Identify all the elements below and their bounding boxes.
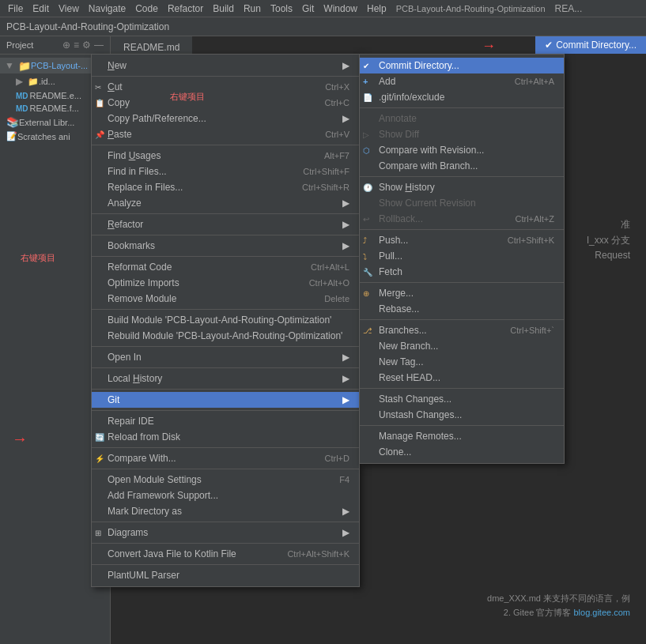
menu-item-find-usages[interactable]: Find Usages Alt+F7 [92,148,359,164]
menu-item-paste[interactable]: 📌 Paste Ctrl+V [92,126,359,142]
readme-tab[interactable]: README.md [117,42,186,53]
git-commit-dir[interactable]: ✔ Commit Directory... [360,58,564,73]
menu-item-convert-java[interactable]: Convert Java File to Kotlin File Ctrl+Al… [92,546,359,562]
push-icon: ⤴ [363,236,367,245]
commit-dir-label: Commit Directory... [556,40,637,51]
git-new-branch[interactable]: New Branch... [360,338,564,354]
menu-navigate[interactable]: Navigate [84,0,130,17]
git-push[interactable]: ⤴ Push... Ctrl+Shift+K [360,232,564,248]
menu-item-optimize[interactable]: Optimize Imports Ctrl+Alt+O [92,275,359,291]
menu-edit[interactable]: Edit [28,0,54,17]
commit-dir-arrow: → [482,38,496,55]
menu-rea[interactable]: REA... [550,0,587,17]
tree-readme1-label: README.e... [30,91,81,100]
git-fetch[interactable]: 🔧 Fetch [360,264,564,280]
menu-item-mark-dir[interactable]: Mark Directory as ▶ [92,503,359,519]
git-manage-remotes[interactable]: Manage Remotes... [360,428,564,444]
git-branches[interactable]: ⎇ Branches... Ctrl+Shift+` [360,322,564,338]
menu-item-compare[interactable]: ⚡ Compare With... Ctrl+D [92,450,359,466]
git-pull[interactable]: ⤵ Pull... [360,248,564,264]
separator-9 [92,389,359,390]
menu-item-rebuild[interactable]: Rebuild Module 'PCB-Layout-And-Routing-O… [92,328,359,344]
copy-path-arrow: ▶ [334,113,349,124]
tree-scratches-label: Scratches ani [17,132,70,141]
analyze-arrow: ▶ [334,198,349,209]
menu-item-cut[interactable]: ✂ Cut Ctrl+X [92,79,359,95]
git-exclude[interactable]: 📄 .git/info/exclude [360,89,564,105]
blog-link[interactable]: blog.gitee.com [573,608,630,617]
menu-project-name[interactable]: PCB-Layout-And-Routing-Optimization [391,0,550,17]
git-compare-revision[interactable]: ⬡ Compare with Revision... [360,142,564,158]
menu-help[interactable]: Help [362,0,391,17]
git-unstash[interactable]: Unstash Changes... [360,407,564,423]
git-reset-head[interactable]: Reset HEAD... [360,370,564,386]
menu-git[interactable]: Git [297,0,319,17]
find-usages-label: Find Usages [108,150,161,161]
menu-item-repair-ide[interactable]: Repair IDE [92,413,359,429]
commit-dir-icon: ✔ [363,62,369,70]
menu-item-replace[interactable]: Replace in Files... Ctrl+Shift+R [92,179,359,195]
open-in-label: Open In [108,352,142,363]
commit-directory-button[interactable]: ✔ Commit Directory... [535,36,646,54]
git-compare-branch[interactable]: Compare with Branch... [360,158,564,174]
menu-item-local-history[interactable]: Local History ▶ [92,371,359,386]
menu-window[interactable]: Window [319,0,362,17]
menu-item-git[interactable]: Git ▶ [92,392,359,408]
git-rebase[interactable]: Rebase... [360,301,564,317]
menu-view[interactable]: View [54,0,84,17]
file-icon: 📄 [363,93,372,102]
menubar[interactable]: File Edit View Navigate Code Refactor Bu… [0,0,646,17]
git-sep-7 [360,425,564,426]
menu-item-new[interactable]: New ▶ [92,58,359,73]
git-merge[interactable]: ⊕ Merge... [360,285,564,301]
git-push-shortcut: Ctrl+Shift+K [492,235,554,245]
menu-item-analyze[interactable]: Analyze ▶ [92,195,359,211]
git-stash[interactable]: Stash Changes... [360,391,564,407]
scratches-icon: 📝 [6,131,17,141]
menu-run[interactable]: Run [239,0,266,17]
git-add-shortcut: Ctrl+Alt+A [499,77,554,86]
git-sep-5 [360,319,564,320]
diagram-icon: ⊞ [95,529,101,537]
git-clone[interactable]: Clone... [360,444,564,460]
menu-item-module-settings[interactable]: Open Module Settings F4 [92,472,359,488]
git-add[interactable]: + Add Ctrl+Alt+A [360,73,564,89]
convert-java-label: Convert Java File to Kotlin File [108,548,236,559]
menu-item-reload[interactable]: 🔄 Reload from Disk [92,429,359,445]
menu-refactor[interactable]: Refactor [163,0,208,17]
menu-item-diagrams[interactable]: ⊞ Diagrams ▶ [92,525,359,540]
menu-item-plantuml[interactable]: PlantUML Parser [92,567,359,583]
diagrams-label: Diagrams [108,527,148,538]
menu-item-open-in[interactable]: Open In ▶ [92,349,359,365]
sidebar-icon-2[interactable]: ≡ [74,40,79,51]
menu-item-copy[interactable]: 📋 Copy Ctrl+C [92,95,359,111]
menu-item-build[interactable]: Build Module 'PCB-Layout-And-Routing-Opt… [92,312,359,328]
git-pull-label: Pull... [379,250,402,262]
menu-tools[interactable]: Tools [266,0,297,17]
git-push-label: Push... [379,235,408,246]
menu-build[interactable]: Build [208,0,239,17]
lib-icon: 📚 [6,116,19,128]
git-new-tag[interactable]: New Tag... [360,354,564,370]
git-show-history[interactable]: 🕐 Show History [360,179,564,195]
git-rollback-label: Rollback... [379,213,423,224]
sidebar-icon-4[interactable]: — [94,40,104,51]
mark-dir-arrow: ▶ [334,506,349,517]
menu-file[interactable]: File [3,0,28,17]
menu-item-add-framework[interactable]: Add Framework Support... [92,488,359,503]
menu-item-bookmarks[interactable]: Bookmarks ▶ [92,238,359,254]
separator-15 [92,564,359,565]
menu-item-copy-path[interactable]: Copy Path/Reference... ▶ [92,111,359,126]
menu-item-refactor[interactable]: Refactor ▶ [92,217,359,232]
menu-item-find-files[interactable]: Find in Files... Ctrl+Shift+F [92,164,359,179]
branches-icon: ⎇ [363,326,372,335]
blog-label: dme_XXX.md 来支持不同的语言，例 [487,593,630,603]
menu-item-reformat[interactable]: Reformat Code Ctrl+Alt+L [92,259,359,275]
sidebar-icon-3[interactable]: ⚙ [82,40,91,51]
sidebar-icon-1[interactable]: ⊕ [62,40,70,51]
menu-code[interactable]: Code [130,0,163,17]
git-sep-4 [360,282,564,283]
remove-module-shortcut: Delete [308,294,349,303]
menu-item-remove-module[interactable]: Remove Module Delete [92,291,359,307]
remove-module-label: Remove Module [108,293,176,304]
